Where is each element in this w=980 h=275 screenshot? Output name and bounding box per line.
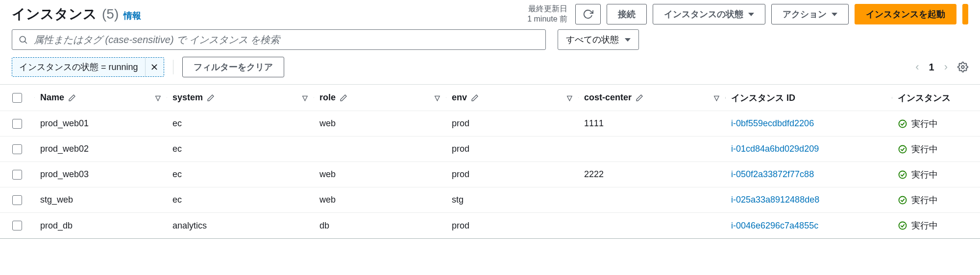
chevron-down-icon bbox=[625, 38, 631, 42]
table-row[interactable]: prod_web02 ec prod i-01cd84a6bd029d209 実… bbox=[0, 137, 980, 162]
status-text: 実行中 bbox=[911, 194, 938, 206]
last-updated: 最終更新日 1 minute 前 bbox=[527, 4, 567, 24]
cell-name: stg_web bbox=[40, 195, 73, 205]
gear-icon[interactable] bbox=[957, 62, 968, 72]
row-checkbox[interactable] bbox=[12, 170, 22, 180]
launch-instance-button[interactable]: インスタンスを起動 bbox=[855, 4, 956, 24]
check-circle-icon bbox=[898, 144, 907, 154]
search-input[interactable] bbox=[33, 34, 539, 46]
status-badge: 実行中 bbox=[898, 220, 938, 231]
launch-instance-label: インスタンスを起動 bbox=[866, 8, 945, 20]
row-checkbox[interactable] bbox=[12, 195, 22, 205]
actions-button[interactable]: アクション bbox=[771, 4, 849, 24]
svg-point-8 bbox=[899, 196, 906, 204]
svg-point-7 bbox=[899, 171, 906, 178]
col-role[interactable]: role ▽ bbox=[314, 92, 446, 103]
clear-filters-label: フィルターをクリア bbox=[194, 61, 273, 73]
table-row[interactable]: prod_web01 ec web prod 1111 i-0bf559ecdb… bbox=[0, 111, 980, 137]
row-checkbox[interactable] bbox=[12, 221, 22, 230]
instance-count: (5) bbox=[102, 6, 119, 22]
sort-icon: ▽ bbox=[435, 94, 440, 102]
info-link[interactable]: 情報 bbox=[123, 10, 141, 22]
status-badge: 実行中 bbox=[898, 169, 938, 181]
filter-chip-remove[interactable] bbox=[145, 58, 164, 76]
pager: ‹ 1 › bbox=[915, 61, 968, 73]
row-checkbox[interactable] bbox=[12, 144, 22, 154]
col-cost-center[interactable]: cost-center ▽ bbox=[578, 92, 725, 103]
cell-system: analytics bbox=[172, 221, 207, 231]
cell-system: ec bbox=[172, 144, 182, 154]
filter-chip[interactable]: インスタンスの状態 = running bbox=[12, 57, 164, 77]
table-row[interactable]: stg_web ec web stg i-025a33a8912488de8 実… bbox=[0, 187, 980, 213]
sort-icon: ▽ bbox=[302, 94, 308, 102]
instances-table: Name ▽ system ▽ role ▽ env ▽ cost-center… bbox=[0, 84, 980, 239]
svg-point-5 bbox=[899, 120, 906, 127]
col-env[interactable]: env ▽ bbox=[446, 92, 578, 103]
last-updated-label: 最終更新日 bbox=[527, 4, 567, 14]
col-system[interactable]: system ▽ bbox=[167, 92, 314, 103]
pager-page: 1 bbox=[929, 62, 934, 73]
pager-next[interactable]: › bbox=[944, 61, 948, 73]
col-name-label: Name bbox=[40, 92, 64, 103]
cell-role: web bbox=[319, 169, 336, 180]
status-badge: 実行中 bbox=[898, 194, 938, 206]
cell-cost-center: 2222 bbox=[584, 169, 604, 180]
cell-instance-id[interactable]: i-01cd84a6bd029d209 bbox=[731, 144, 819, 154]
col-instance-state[interactable]: インスタンス bbox=[892, 92, 970, 104]
status-text: 実行中 bbox=[911, 143, 938, 155]
cell-role: web bbox=[319, 195, 336, 205]
cell-instance-id[interactable]: i-0046e6296c7a4855c bbox=[731, 221, 818, 231]
state-filter-dropdown[interactable]: すべての状態 bbox=[558, 29, 639, 50]
pencil-icon bbox=[340, 94, 347, 102]
cell-role: db bbox=[319, 221, 329, 231]
cell-name: prod_web01 bbox=[40, 118, 89, 129]
cell-env: stg bbox=[452, 195, 464, 205]
status-text: 実行中 bbox=[911, 169, 938, 181]
check-circle-icon bbox=[898, 119, 907, 129]
table-row[interactable]: prod_web03 ec web prod 2222 i-050f2a3387… bbox=[0, 162, 980, 187]
refresh-button[interactable] bbox=[575, 4, 601, 24]
chevron-down-icon bbox=[748, 13, 754, 16]
status-text: 実行中 bbox=[911, 118, 938, 130]
cell-system: ec bbox=[172, 195, 182, 205]
select-all-checkbox[interactable] bbox=[12, 93, 22, 103]
instance-state-button[interactable]: インスタンスの状態 bbox=[653, 4, 765, 24]
cell-env: prod bbox=[452, 118, 469, 129]
cell-instance-id[interactable]: i-025a33a8912488de8 bbox=[731, 195, 819, 205]
search-box[interactable] bbox=[12, 29, 546, 50]
cell-name: prod_web02 bbox=[40, 144, 89, 154]
pencil-icon bbox=[636, 94, 643, 102]
sort-icon: ▽ bbox=[155, 94, 161, 102]
col-name[interactable]: Name ▽ bbox=[34, 92, 167, 103]
check-circle-icon bbox=[898, 221, 907, 230]
col-system-label: system bbox=[172, 92, 203, 103]
cell-instance-id[interactable]: i-050f2a33872f77c88 bbox=[731, 169, 814, 180]
close-icon bbox=[150, 63, 158, 71]
chevron-down-icon bbox=[832, 13, 837, 16]
row-checkbox[interactable] bbox=[12, 119, 22, 129]
col-cost-center-label: cost-center bbox=[584, 92, 632, 103]
cell-env: prod bbox=[452, 169, 469, 180]
table-header: Name ▽ system ▽ role ▽ env ▽ cost-center… bbox=[0, 85, 980, 111]
sort-icon: ▽ bbox=[714, 94, 719, 102]
cell-name: prod_web03 bbox=[40, 169, 89, 180]
col-env-label: env bbox=[452, 92, 467, 103]
actions-button-label: アクション bbox=[783, 8, 827, 20]
table-row[interactable]: prod_db analytics db prod i-0046e6296c7a… bbox=[0, 213, 980, 238]
svg-point-6 bbox=[899, 145, 906, 153]
filter-chip-text: インスタンスの状態 = running bbox=[19, 61, 138, 73]
instance-state-button-label: インスタンスの状態 bbox=[664, 8, 743, 20]
col-instance-id[interactable]: インスタンス ID bbox=[725, 92, 892, 104]
cell-env: prod bbox=[452, 144, 469, 154]
launch-instance-dropdown[interactable] bbox=[962, 4, 968, 24]
cell-system: ec bbox=[172, 118, 182, 129]
svg-point-4 bbox=[961, 66, 964, 69]
cell-instance-id[interactable]: i-0bf559ecdbdfd2206 bbox=[731, 118, 814, 129]
connect-button[interactable]: 接続 bbox=[607, 4, 647, 24]
cell-system: ec bbox=[172, 169, 182, 180]
clear-filters-button[interactable]: フィルターをクリア bbox=[182, 57, 284, 77]
sort-icon: ▽ bbox=[567, 94, 572, 102]
svg-point-0 bbox=[20, 36, 25, 42]
page-title: インスタンス bbox=[12, 5, 97, 23]
pager-prev[interactable]: ‹ bbox=[915, 61, 919, 73]
